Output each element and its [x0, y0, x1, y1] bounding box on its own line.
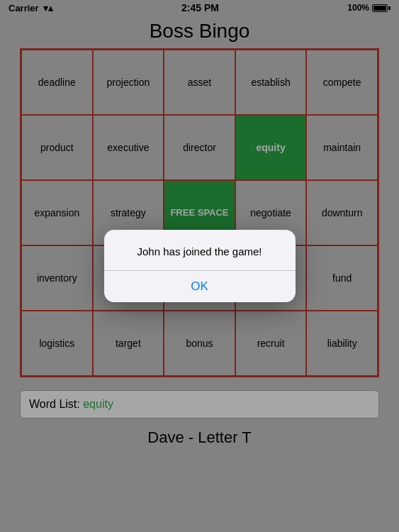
dialog-ok-button[interactable]: OK — [104, 271, 296, 302]
alert-dialog: John has joined the game! OK — [104, 230, 296, 302]
dialog-overlay: John has joined the game! OK — [0, 0, 399, 532]
dialog-message: John has joined the game! — [104, 230, 296, 270]
